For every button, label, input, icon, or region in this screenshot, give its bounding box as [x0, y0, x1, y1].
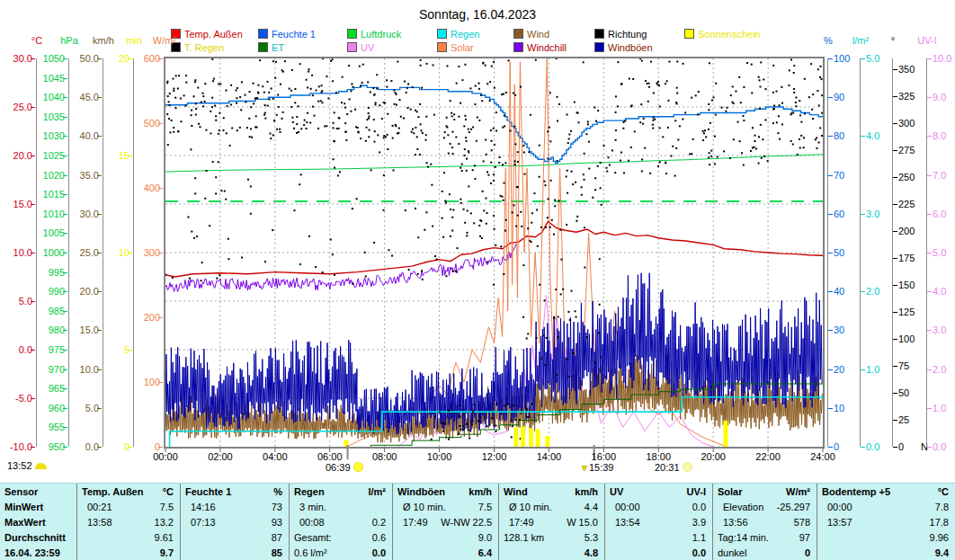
direction-dot: [450, 143, 451, 145]
direction-dot: [755, 148, 757, 150]
table-cell: 85: [181, 546, 289, 560]
direction-dot: [598, 332, 600, 333]
direction-dot: [491, 66, 493, 67]
axis-label: 1025: [43, 150, 65, 161]
direction-dot: [279, 131, 281, 133]
direction-dot: [334, 111, 335, 113]
direction-dot: [544, 364, 546, 366]
sunshine-bar: [545, 436, 549, 447]
table-cell: 00:007.8: [817, 499, 955, 514]
sunshine-bar: [529, 428, 533, 447]
direction-dot: [270, 138, 272, 139]
direction-dot: [245, 101, 246, 102]
direction-dot: [211, 106, 213, 108]
cell-value: W 15.0: [567, 517, 598, 528]
direction-dot: [442, 236, 444, 238]
direction-dot: [272, 134, 274, 136]
direction-dot: [649, 173, 651, 174]
direction-dot: [493, 128, 495, 129]
axis-tick: [828, 97, 833, 98]
direction-dot: [306, 128, 308, 129]
cell-left: Temp. Außen: [82, 486, 143, 497]
direction-dot: [433, 65, 434, 67]
sun-icon: [353, 462, 363, 472]
chart-plot-area[interactable]: [0, 0, 955, 560]
direction-dot: [269, 98, 271, 100]
direction-dot: [781, 123, 783, 125]
axis-label: 25.0: [13, 102, 32, 112]
axis-tick: [861, 214, 865, 215]
direction-dot: [400, 116, 402, 118]
axis-label: 15.0: [80, 324, 99, 335]
axis-label: 975: [49, 344, 65, 355]
direction-dot: [817, 68, 819, 70]
axis-label: 10: [834, 403, 844, 413]
direction-dot: [772, 92, 774, 93]
axis-label: 0.0: [933, 441, 946, 452]
direction-dot: [715, 114, 717, 116]
cell-value: 9.0: [478, 532, 492, 543]
direction-dot: [415, 127, 416, 129]
direction-dot: [592, 197, 594, 199]
axis-tick: [927, 369, 932, 370]
x-axis-label: 04:00: [263, 451, 288, 462]
direction-dot: [494, 228, 495, 230]
direction-dot: [567, 192, 568, 194]
direction-dot: [464, 155, 466, 156]
direction-dot: [560, 293, 562, 295]
direction-dot: [702, 139, 704, 141]
direction-dot: [219, 129, 220, 131]
direction-dot: [281, 118, 283, 120]
direction-dot: [228, 238, 229, 240]
direction-dot: [180, 120, 182, 122]
direction-dot: [800, 135, 802, 137]
direction-dot: [723, 150, 725, 152]
axis-label: 980: [49, 324, 65, 335]
direction-dot: [508, 59, 510, 61]
direction-dot: [397, 132, 399, 134]
direction-dot: [415, 110, 416, 111]
direction-dot: [562, 289, 564, 290]
direction-dot: [215, 192, 217, 194]
cell-value: 9.7: [160, 547, 174, 558]
direction-dot: [543, 334, 545, 336]
direction-dot: [315, 266, 317, 268]
cell-left: 14:16: [185, 502, 216, 512]
axis-label: 10.0: [933, 53, 951, 64]
x-axis-label: 08:00: [372, 451, 397, 462]
axis-label: 965: [49, 383, 65, 394]
direction-dot: [296, 116, 298, 118]
cell-value: 93: [272, 517, 282, 528]
direction-dot: [168, 101, 170, 102]
direction-dot: [489, 100, 491, 102]
direction-dot: [665, 173, 667, 174]
direction-dot: [485, 65, 486, 67]
direction-dot: [264, 118, 266, 120]
direction-dot: [557, 120, 558, 122]
direction-dot: [442, 191, 443, 192]
direction-dot: [264, 112, 266, 114]
direction-dot: [417, 236, 419, 238]
direction-dot: [205, 129, 207, 131]
direction-dot: [758, 76, 760, 78]
direction-dot: [471, 421, 473, 422]
direction-dot: [379, 151, 380, 153]
direction-dot: [444, 200, 446, 202]
direction-dot: [601, 204, 602, 206]
cell-left: Durchschnitt: [4, 532, 66, 543]
cell-left: 00:08: [294, 517, 325, 528]
direction-dot: [175, 75, 177, 76]
direction-dot: [793, 65, 795, 67]
table-cell: 3 min.: [290, 499, 392, 514]
direction-dot: [698, 91, 700, 93]
cell-value: 3.9: [692, 517, 706, 528]
direction-dot: [294, 102, 296, 103]
direction-dot: [173, 88, 174, 90]
axis-label: 225: [898, 199, 915, 209]
table-cell: 00:080.2: [290, 514, 392, 529]
direction-dot: [711, 100, 713, 102]
direction-dot: [491, 149, 493, 151]
direction-dot: [227, 105, 228, 107]
direction-dot: [546, 337, 548, 339]
direction-dot: [214, 105, 216, 107]
